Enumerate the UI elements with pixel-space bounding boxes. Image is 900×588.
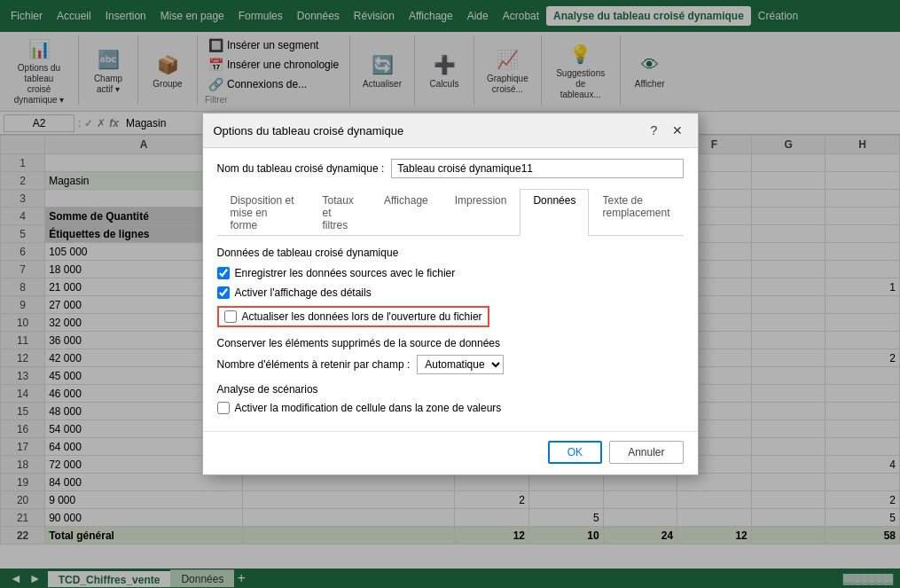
- modal-tabs: Disposition et mise en forme Totaux et f…: [217, 189, 684, 236]
- conserver-inline-row: Nombre d'éléments à retenir par champ : …: [217, 355, 684, 374]
- section-pivot-data-title: Données de tableau croisé dynamique: [217, 247, 684, 259]
- modal-help-button[interactable]: ?: [645, 121, 664, 140]
- modal-tab-texte[interactable]: Texte de remplacement: [589, 189, 683, 236]
- modal-options-tcd: Options du tableau croisé dynamique ? ✕ …: [202, 113, 699, 475]
- modal-tab-donnees[interactable]: Données: [520, 189, 589, 236]
- scenario-title: Analyse de scénarios: [217, 383, 684, 396]
- conserver-dropdown[interactable]: Automatique Aucun Max: [417, 355, 504, 374]
- checkbox-activer-details[interactable]: [217, 286, 230, 299]
- modal-name-label: Nom du tableau croisé dynamique :: [217, 162, 385, 175]
- modal-overlay[interactable]: Options du tableau croisé dynamique ? ✕ …: [0, 0, 900, 588]
- highlight-actualiser: Actualiser les données lors de l'ouvertu…: [217, 306, 489, 327]
- ok-button[interactable]: OK: [548, 441, 602, 464]
- checkbox-actualiser-ouverture-label: Actualiser les données lors de l'ouvertu…: [242, 310, 482, 323]
- checkbox-row-scenario: Activer la modification de cellule dans …: [217, 401, 684, 415]
- checkbox-scenario[interactable]: [217, 402, 230, 414]
- modal-close-button[interactable]: ✕: [668, 121, 687, 140]
- modal-titlebar-buttons: ? ✕: [645, 121, 687, 140]
- checkbox-activer-details-label: Activer l'affichage des détails: [235, 286, 372, 299]
- modal-name-input[interactable]: [391, 159, 683, 178]
- checkbox-row-activer: Activer l'affichage des détails: [217, 286, 684, 300]
- checkbox-enregistrer[interactable]: [217, 267, 230, 279]
- checkbox-row-actualiser: Actualiser les données lors de l'ouvertu…: [217, 305, 684, 328]
- checkbox-row-enregistrer: Enregistrer les données sources avec le …: [217, 266, 684, 280]
- section-conserver-title: Conserver les éléments supprimés de la s…: [217, 337, 684, 349]
- modal-tab-disposition[interactable]: Disposition et mise en forme: [217, 189, 309, 236]
- modal-title: Options du tableau croisé dynamique: [214, 124, 404, 137]
- scenario-section: Analyse de scénarios Activer la modifica…: [217, 383, 684, 415]
- modal-titlebar: Options du tableau croisé dynamique ? ✕: [203, 114, 698, 148]
- checkbox-enregistrer-label: Enregistrer les données sources avec le …: [235, 267, 456, 279]
- modal-content: Nom du tableau croisé dynamique : Dispos…: [203, 148, 698, 431]
- conserver-inline-label: Nombre d'éléments à retenir par champ :: [217, 358, 411, 371]
- modal-tab-impression[interactable]: Impression: [442, 189, 520, 236]
- checkbox-actualiser-ouverture[interactable]: [224, 310, 237, 323]
- modal-tab-totaux[interactable]: Totaux et filtres: [309, 189, 370, 236]
- checkbox-scenario-label: Activer la modification de cellule dans …: [235, 402, 502, 414]
- modal-tab-affichage[interactable]: Affichage: [371, 189, 442, 236]
- modal-name-row: Nom du tableau croisé dynamique :: [217, 159, 684, 178]
- cancel-button[interactable]: Annuler: [609, 441, 683, 464]
- modal-footer: OK Annuler: [203, 431, 698, 474]
